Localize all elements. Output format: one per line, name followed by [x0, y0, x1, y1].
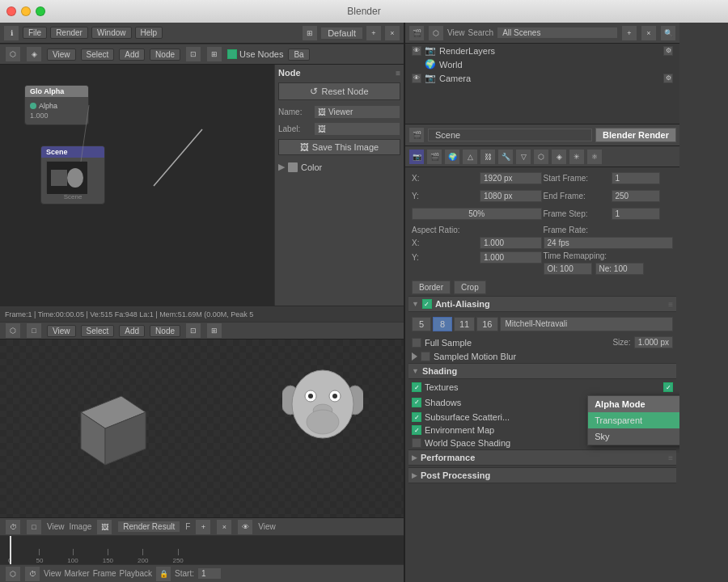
shading-header[interactable]: ▼ Shading	[408, 363, 676, 379]
frame-rate-value[interactable]: 24 fps	[544, 237, 674, 249]
node-btn[interactable]: Node	[150, 48, 180, 61]
scene-dropdown[interactable]: Scene	[428, 129, 592, 141]
end-frame-value[interactable]: 250	[612, 190, 660, 202]
minimize-button[interactable]	[21, 6, 31, 16]
maximize-button[interactable]	[36, 6, 45, 16]
modifier-props-icon[interactable]: 🔧	[497, 149, 514, 165]
tree-item-world[interactable]: 🌍 World	[405, 57, 679, 71]
eye-icon[interactable]: 👁	[237, 519, 253, 535]
add-btn[interactable]: Add	[119, 48, 145, 61]
ax-value[interactable]: 1.000	[480, 237, 542, 249]
dropdown-item-sky[interactable]: Sky	[588, 428, 679, 445]
aa-btn-5[interactable]: 5	[412, 317, 431, 331]
viewport-select-btn[interactable]: Select	[81, 325, 115, 337]
x-value[interactable]: 1920 px	[480, 172, 542, 184]
window-menu[interactable]: Window	[91, 27, 132, 39]
node-view-icon[interactable]: ⊞	[206, 46, 222, 62]
viewport-grid-icon[interactable]: ⊞	[206, 323, 222, 339]
subsurface-check[interactable]: ✓	[412, 412, 421, 422]
aa-check[interactable]: ✓	[422, 299, 432, 309]
viewport-node-btn[interactable]: Node	[150, 325, 180, 337]
plus-icon[interactable]: +	[195, 519, 211, 535]
eye-toggle[interactable]: 👁	[412, 46, 421, 56]
view-btn[interactable]: View	[47, 48, 76, 61]
y-value[interactable]: 1080 px	[480, 190, 542, 202]
node-name-value[interactable]: 🖼 Viewer	[314, 105, 400, 119]
camera-settings-icon[interactable]: ⚙	[663, 74, 673, 83]
x-icon[interactable]: ×	[216, 519, 232, 535]
timeline-ruler[interactable]: 0 50 100 150 200 250	[0, 536, 404, 564]
aa-btn-11[interactable]: 11	[454, 317, 475, 331]
particles-props-icon[interactable]: ✳	[569, 149, 585, 165]
data-props-icon[interactable]: ▽	[515, 149, 531, 165]
select-btn[interactable]: Select	[81, 48, 115, 61]
world-space-check[interactable]	[412, 438, 421, 448]
timeline-type-icon[interactable]: □	[26, 519, 42, 535]
alpha-mode-popup[interactable]: Alpha Mode Transparent Sky	[587, 395, 679, 445]
render-props-icon[interactable]: 📷	[408, 149, 425, 165]
node-editor-icon[interactable]: ⬡	[5, 46, 21, 62]
all-scenes-dropdown[interactable]: All Scenes	[497, 27, 618, 39]
ne-value[interactable]: Ne: 100	[595, 263, 644, 275]
world-props-icon[interactable]: 🌍	[444, 149, 460, 165]
object-props-icon[interactable]: △	[462, 149, 478, 165]
dropdown-item-transparent[interactable]: Transparent	[588, 412, 679, 428]
full-sample-check[interactable]	[412, 338, 421, 348]
render-menu[interactable]: Render	[50, 27, 88, 39]
viewport-type-icon[interactable]: □	[26, 323, 42, 339]
renderlayers-settings-icon[interactable]: ⚙	[663, 46, 673, 56]
reset-node-button[interactable]: ↺ Reset Node	[278, 82, 400, 100]
texture-props-icon[interactable]: ◈	[551, 149, 567, 165]
remove-layout-icon[interactable]: ×	[384, 25, 400, 41]
node-canvas[interactable]: Glo Alpha Alpha 1.000 Scene	[0, 65, 274, 306]
render-result-icon[interactable]: 🖼	[96, 519, 112, 535]
blender-render-button[interactable]: Blender Render	[595, 128, 676, 142]
search-icon[interactable]: 🔍	[660, 25, 676, 41]
scene-icon[interactable]: 🎬	[408, 25, 425, 41]
start-value[interactable]: 1	[197, 567, 222, 580]
camera-eye-toggle[interactable]: 👁	[412, 74, 421, 83]
timeline-icon[interactable]: ⏱	[5, 519, 21, 535]
textures-check-2[interactable]: ✓	[663, 382, 673, 392]
start-frame-value[interactable]: 1	[612, 172, 660, 184]
aa-btn-16[interactable]: 16	[476, 317, 497, 331]
add-layout-icon[interactable]: +	[366, 25, 382, 41]
use-nodes-check[interactable]: Use Nodes	[227, 49, 283, 59]
viewport-icon[interactable]: ⬡	[5, 323, 21, 339]
shadows-check[interactable]: ✓	[412, 398, 421, 407]
plus-scene-icon[interactable]: +	[621, 25, 637, 41]
performance-header[interactable]: ▶ Performance ≡	[408, 449, 676, 466]
aa-btn-8[interactable]: 8	[433, 317, 452, 331]
textures-check[interactable]: ✓	[412, 382, 421, 392]
x-scene-icon[interactable]: ×	[641, 25, 657, 41]
scene-props-icon[interactable]: 🎬	[408, 127, 425, 143]
scene-props-icon-2[interactable]: 🎬	[426, 149, 442, 165]
color-swatch[interactable]	[288, 162, 298, 172]
constraint-props-icon[interactable]: ⛓	[480, 149, 496, 165]
playback-type-icon[interactable]: ⏱	[24, 566, 40, 582]
material-props-icon[interactable]: ⬡	[533, 149, 549, 165]
node-card[interactable]: Glo Alpha Alpha 1.000	[24, 85, 89, 125]
ay-value[interactable]: 1.000	[480, 251, 542, 264]
grid-icon[interactable]: ⊞	[302, 25, 318, 41]
help-menu[interactable]: Help	[135, 27, 163, 39]
playback-icon[interactable]: ⬡	[5, 566, 21, 582]
node-label-value[interactable]: 🖼	[314, 122, 400, 136]
tree-item-camera[interactable]: 👁 📷 Camera ⚙	[405, 71, 679, 85]
lock-icon[interactable]: 🔒	[155, 566, 171, 582]
aa-preset-dropdown[interactable]: Mitchell-Netravali	[500, 317, 674, 331]
frame-step-value[interactable]: 1	[612, 208, 660, 220]
save-image-button[interactable]: 🖼 Save This Image	[278, 139, 400, 155]
viewport-add-btn[interactable]: Add	[119, 325, 145, 337]
scene-type-icon[interactable]: ⬡	[428, 25, 444, 41]
percent-value[interactable]: 50%	[412, 208, 542, 220]
env-map-check[interactable]: ✓	[412, 425, 421, 435]
node-grid-icon[interactable]: ⊡	[185, 46, 201, 62]
tree-item-renderlayers[interactable]: 👁 📷 RenderLayers ⚙	[405, 44, 679, 57]
anti-aliasing-header[interactable]: ▼ ✓ Anti-Aliasing ≡	[408, 296, 676, 312]
info-icon[interactable]: ℹ	[3, 25, 19, 41]
physics-props-icon[interactable]: ⚛	[586, 149, 603, 165]
ol-value[interactable]: Ol: 100	[544, 263, 592, 275]
ba-btn[interactable]: Ba	[288, 48, 309, 61]
close-button[interactable]	[6, 6, 16, 16]
